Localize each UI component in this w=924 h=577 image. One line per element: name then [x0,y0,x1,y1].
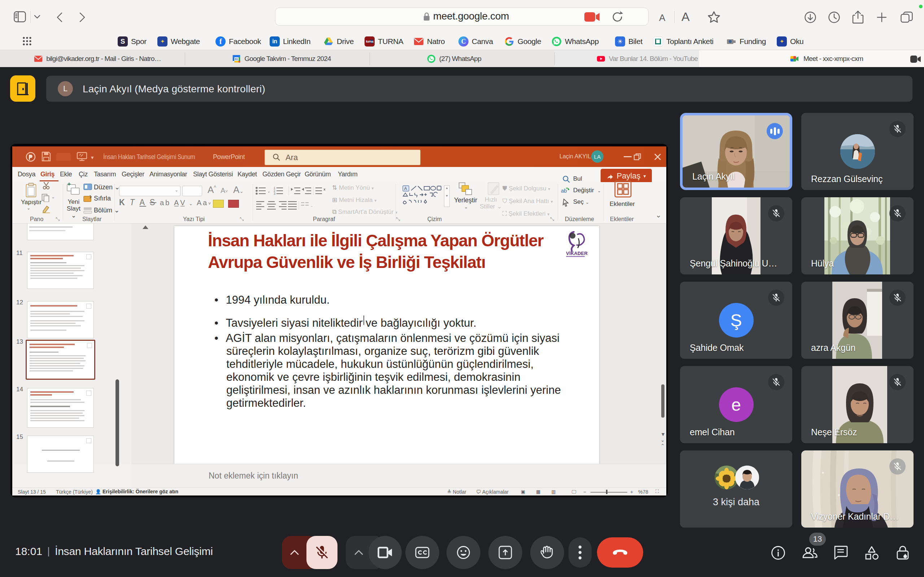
svg-text:A: A [404,186,407,191]
svg-text:3: 3 [274,192,275,195]
svg-text:VİKADER: VİKADER [566,251,588,256]
svg-text:⌄: ⌄ [310,203,313,208]
svg-text:31: 31 [234,57,238,61]
svg-text:⌄: ⌄ [267,189,270,193]
